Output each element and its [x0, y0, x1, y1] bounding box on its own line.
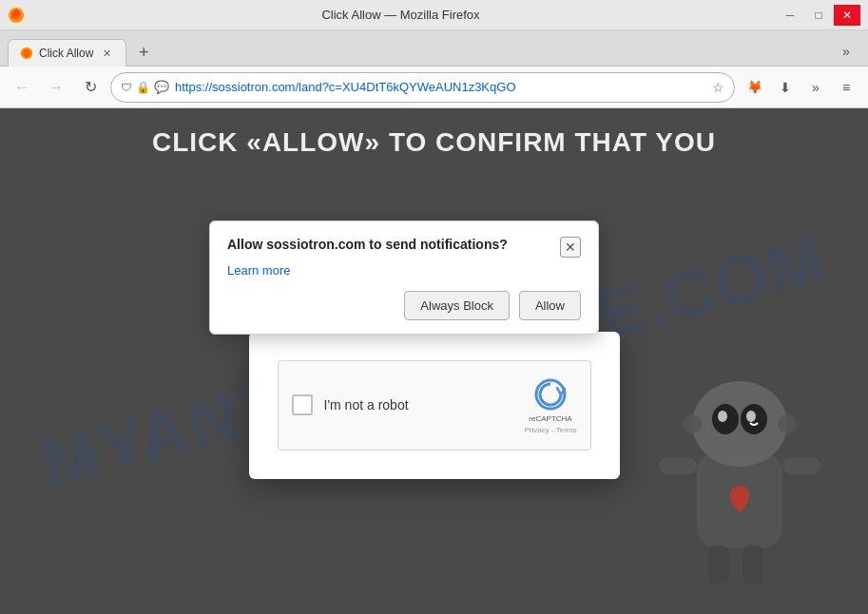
tab-favicon-icon	[20, 47, 33, 60]
recaptcha-checkbox[interactable]	[292, 394, 313, 415]
extensions-button[interactable]: »	[801, 73, 830, 102]
svg-rect-13	[743, 546, 763, 584]
allow-button[interactable]: Allow	[519, 291, 581, 320]
recaptcha-label: I'm not a robot	[324, 397, 409, 413]
recaptcha-brand: reCAPTCHA	[529, 414, 571, 424]
notification-dialog-buttons: Always Block Allow	[227, 291, 581, 320]
address-bar-icons: 🛡 🔒 💬	[121, 80, 169, 94]
recaptcha-privacy-link[interactable]: Privacy	[525, 426, 550, 434]
forward-button[interactable]: →	[42, 73, 70, 102]
svg-rect-10	[659, 457, 697, 474]
tab-close-button[interactable]: ✕	[99, 46, 114, 61]
nav-bar: ← → ↻ 🛡 🔒 💬 https://sossiotron.com/land?…	[0, 67, 868, 108]
recaptcha-links: Privacy - Terms	[525, 426, 577, 434]
page-heading: CLICK «ALLOW» TO CONFIRM THAT YOU	[0, 127, 868, 158]
address-bar[interactable]: 🛡 🔒 💬 https://sossiotron.com/land?c=XU4D…	[110, 72, 735, 103]
pocket-button[interactable]: 🦊	[741, 73, 769, 102]
bookmark-icon[interactable]: ☆	[712, 80, 724, 95]
new-tab-button[interactable]: +	[130, 39, 157, 66]
active-tab[interactable]: Click Allow ✕	[8, 39, 126, 67]
recaptcha-card: I'm not a robot reCAPTCHA Privacy - Term…	[249, 332, 620, 479]
always-block-button[interactable]: Always Block	[404, 291, 510, 320]
close-window-button[interactable]: ✕	[834, 5, 860, 26]
maximize-button[interactable]: □	[805, 5, 832, 26]
notification-permissions-icon: 💬	[154, 80, 169, 94]
menu-button[interactable]: ≡	[832, 73, 860, 102]
notification-dialog-title: Allow sossiotron.com to send notificatio…	[227, 237, 560, 252]
svg-point-15	[778, 414, 797, 433]
tab-bar-right: »	[157, 37, 860, 66]
recaptcha-logo-icon	[532, 376, 569, 413]
tab-label: Click Allow	[39, 47, 93, 60]
back-button[interactable]: ←	[8, 73, 36, 102]
recaptcha-right: reCAPTCHA Privacy - Terms	[525, 376, 577, 434]
url-text: https://sossiotron.com/land?c=XU4DtT6kQY…	[175, 80, 706, 94]
svg-point-3	[23, 49, 30, 57]
nav-right-icons: 🦊 ⬇ » ≡	[741, 73, 860, 102]
downloads-button[interactable]: ⬇	[771, 73, 800, 102]
svg-rect-12	[708, 546, 729, 584]
title-bar-left	[8, 7, 25, 24]
browser-window: Click Allow — Mozilla Firefox ─ □ ✕ Clic…	[0, 0, 868, 614]
learn-more-link[interactable]: Learn more	[227, 263, 581, 278]
svg-point-9	[746, 411, 756, 422]
window-controls: ─ □ ✕	[777, 5, 860, 26]
svg-point-8	[718, 411, 727, 422]
reload-button[interactable]: ↻	[76, 73, 105, 102]
tab-bar: Click Allow ✕ + »	[0, 30, 868, 67]
shield-icon: 🛡	[121, 81, 132, 94]
notification-dialog: Allow sossiotron.com to send notificatio…	[209, 221, 599, 335]
robot-svg	[640, 329, 830, 614]
firefox-logo-icon	[8, 7, 25, 24]
tab-list-button[interactable]: »	[832, 37, 860, 66]
recaptcha-left: I'm not a robot	[292, 394, 409, 415]
minimize-button[interactable]: ─	[777, 5, 803, 26]
robot-character	[640, 329, 830, 614]
recaptcha-terms-link[interactable]: Terms	[556, 426, 577, 434]
window-title: Click Allow — Mozilla Firefox	[25, 8, 777, 22]
title-bar: Click Allow — Mozilla Firefox ─ □ ✕	[0, 0, 868, 30]
notification-close-button[interactable]: ✕	[560, 237, 581, 258]
svg-rect-11	[782, 457, 820, 474]
lock-icon: 🔒	[136, 81, 150, 94]
svg-point-5	[692, 381, 787, 467]
svg-point-14	[683, 414, 702, 433]
page-content: MYANTISPYWARE.COM CLICK «ALLOW» TO CONFI…	[0, 108, 868, 614]
notification-dialog-header: Allow sossiotron.com to send notificatio…	[227, 237, 581, 258]
recaptcha-inner: I'm not a robot reCAPTCHA Privacy - Term…	[278, 360, 591, 451]
